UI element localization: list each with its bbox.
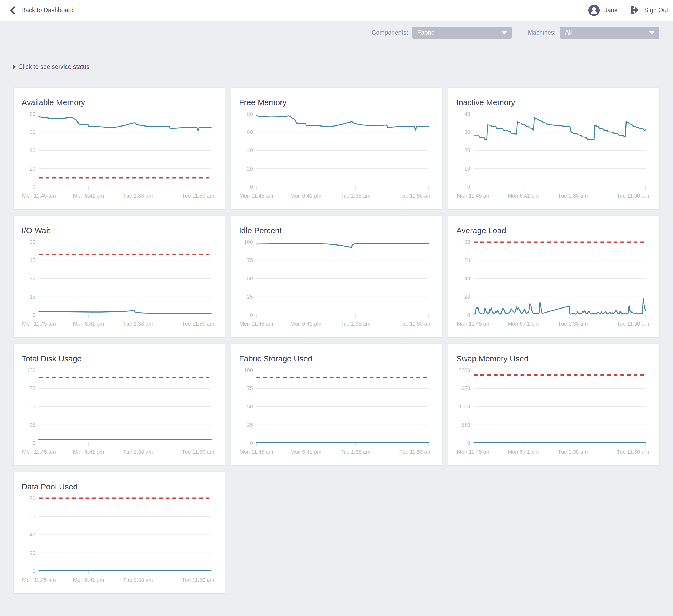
y-tick-label: 75 <box>247 257 253 263</box>
y-tick-label: 10 <box>464 166 470 172</box>
sign-out-button[interactable]: Sign Out <box>630 5 668 15</box>
x-tick-label: Tue 11:50 am <box>182 577 214 583</box>
x-tick-label: Tue 1:38 am <box>558 321 588 327</box>
chevron-down-icon <box>501 31 507 34</box>
y-tick-label: 75 <box>30 385 35 391</box>
chart-title: Inactive Memory <box>456 98 515 107</box>
y-tick-label: 0 <box>467 312 470 318</box>
y-tick-label: 40 <box>464 111 470 117</box>
charts-grid: Available Memory020406080Mon 11:45 amMon… <box>14 87 659 593</box>
chart-canvas: Swap Memory Used0550110016502200Mon 11:4… <box>448 344 659 465</box>
y-tick-label: 80 <box>30 111 35 117</box>
chart-canvas: Free Memory020406080Mon 11:45 amMon 6:41… <box>231 87 442 209</box>
y-tick-label: 50 <box>247 403 253 409</box>
x-tick-label: Tue 11:50 am <box>399 449 432 455</box>
x-tick-label: Tue 11:50 am <box>182 193 214 199</box>
user-avatar-icon <box>588 5 600 16</box>
x-tick-label: Mon 11:45 am <box>22 193 56 199</box>
y-tick-label: 100 <box>244 367 253 373</box>
y-tick-label: 1650 <box>458 385 470 391</box>
chart-title: Data Pool Used <box>22 482 78 491</box>
x-tick-label: Mon 6:41 pm <box>73 193 104 199</box>
x-tick-label: Tue 1:38 am <box>123 193 153 199</box>
back-button[interactable]: Back to Dashboard <box>9 6 74 14</box>
triangle-right-icon <box>13 64 16 69</box>
chart-card-available-memory: Available Memory020406080Mon 11:45 amMon… <box>14 87 225 209</box>
y-tick-label: 60 <box>464 257 470 263</box>
filter-controls: Components: Fabric Machines: All <box>0 27 659 39</box>
y-tick-label: 40 <box>30 147 35 153</box>
x-tick-label: Mon 6:41 pm <box>73 449 104 455</box>
x-tick-label: Mon 6:41 pm <box>73 321 104 327</box>
x-tick-label: Mon 11:45 am <box>22 449 56 455</box>
y-tick-label: 0 <box>467 440 470 446</box>
series-line <box>474 299 646 314</box>
chart-card-average-load: Average Load020406080Mon 11:45 amMon 6:4… <box>448 216 659 337</box>
y-tick-label: 20 <box>464 294 470 300</box>
chart-card-free-memory: Free Memory020406080Mon 11:45 amMon 6:41… <box>231 87 442 209</box>
components-select-value: Fabric <box>417 29 434 36</box>
y-tick-label: 30 <box>30 275 35 281</box>
y-tick-label: 80 <box>247 111 253 117</box>
chart-canvas: Idle Percent0255075100Mon 11:45 amMon 6:… <box>231 216 442 337</box>
x-tick-label: Tue 1:38 am <box>123 577 153 583</box>
x-tick-label: Tue 1:38 am <box>123 321 153 327</box>
x-tick-label: Tue 11:50 am <box>399 193 432 199</box>
y-tick-label: 0 <box>33 184 35 190</box>
chart-title: Swap Memory Used <box>456 354 528 363</box>
y-tick-label: 0 <box>250 312 253 318</box>
components-label: Components: <box>372 29 408 36</box>
y-tick-label: 0 <box>250 184 253 190</box>
y-tick-label: 80 <box>464 239 470 245</box>
y-tick-label: 40 <box>464 275 470 281</box>
y-tick-label: 15 <box>30 294 35 300</box>
x-tick-label: Tue 11:50 am <box>617 449 649 455</box>
machines-label: Machines: <box>528 29 556 36</box>
y-tick-label: 0 <box>33 312 35 318</box>
chart-card-i-o-wait: I/O Wait015304560Mon 11:45 amMon 6:41 pm… <box>14 216 225 337</box>
y-tick-label: 60 <box>30 239 35 245</box>
y-tick-label: 80 <box>30 495 35 501</box>
chart-canvas: Total Disk Usage0255075100Mon 11:45 amMo… <box>14 344 225 465</box>
x-tick-label: Tue 1:38 am <box>558 449 588 455</box>
machines-select[interactable]: All <box>560 27 659 39</box>
chart-title: Free Memory <box>239 98 286 107</box>
y-tick-label: 25 <box>30 422 35 428</box>
x-tick-label: Mon 6:41 pm <box>290 449 321 455</box>
series-line <box>256 243 428 248</box>
service-status-label: Click to see service status <box>18 63 89 70</box>
x-tick-label: Tue 11:50 am <box>182 449 214 455</box>
chart-card-idle-percent: Idle Percent0255075100Mon 11:45 amMon 6:… <box>231 216 442 337</box>
y-tick-label: 60 <box>30 514 35 519</box>
x-tick-label: Mon 11:45 am <box>22 321 56 327</box>
chart-title: Fabric Storage Used <box>239 354 312 363</box>
x-tick-label: Mon 11:45 am <box>457 193 491 199</box>
x-tick-label: Mon 11:45 am <box>240 449 273 455</box>
chevron-down-icon <box>649 31 655 34</box>
chart-title: Total Disk Usage <box>22 354 82 363</box>
chart-card-data-pool-used: Data Pool Used020406080Mon 11:45 amMon 6… <box>14 472 225 593</box>
x-tick-label: Tue 1:38 am <box>123 449 153 455</box>
service-status-toggle[interactable]: Click to see service status <box>13 63 89 71</box>
components-select[interactable]: Fabric <box>412 27 512 39</box>
user-menu[interactable]: Jane <box>588 5 618 16</box>
machines-select-value: All <box>565 29 572 36</box>
chart-title: Average Load <box>456 226 506 235</box>
sign-out-label: Sign Out <box>644 7 668 14</box>
x-tick-label: Mon 6:41 pm <box>73 577 104 583</box>
x-tick-label: Tue 1:38 am <box>558 193 588 199</box>
y-tick-label: 25 <box>247 294 253 300</box>
chart-canvas: Data Pool Used020406080Mon 11:45 amMon 6… <box>14 472 225 593</box>
chart-canvas: Inactive Memory010203040Mon 11:45 amMon … <box>448 87 659 209</box>
y-tick-label: 25 <box>247 422 253 428</box>
y-tick-label: 20 <box>247 166 253 172</box>
x-tick-label: Mon 11:45 am <box>240 321 273 327</box>
y-tick-label: 100 <box>244 239 253 245</box>
y-tick-label: 40 <box>247 147 253 153</box>
back-label: Back to Dashboard <box>21 7 74 14</box>
y-tick-label: 0 <box>467 184 470 190</box>
chart-title: Idle Percent <box>239 226 282 235</box>
chart-card-fabric-storage-used: Fabric Storage Used0255075100Mon 11:45 a… <box>231 344 442 465</box>
series-line <box>39 311 211 313</box>
series-line <box>474 118 646 139</box>
